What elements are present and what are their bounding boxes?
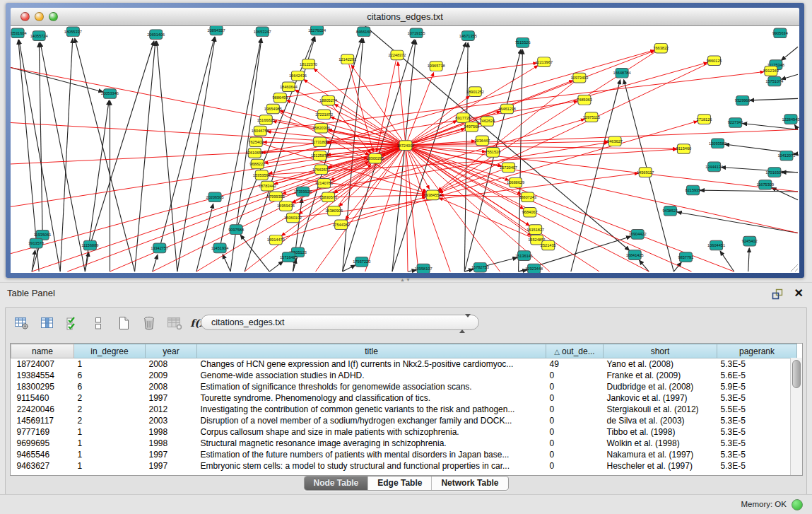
table-cell[interactable]: Estimation of the future numbers of pati… [197,449,546,460]
column-header-out-de-[interactable]: △out_de... [546,344,604,358]
network-node[interactable]: 2036447 [474,136,490,146]
network-edge[interactable] [160,37,215,248]
network-node[interactable]: 9329966 [735,95,751,105]
show-columns-icon[interactable] [38,314,57,332]
table-row[interactable]: 1456911722003Disruption of a novel membe… [11,415,797,426]
network-edge[interactable] [406,129,798,145]
table-cell[interactable]: 5.3E-5 [717,460,797,472]
network-edge[interactable] [677,212,798,233]
table-cell[interactable]: 1998 [146,438,197,449]
table-cell[interactable]: Genome-wide association studies in ADHD. [197,370,546,381]
citation-network-graph[interactable]: 2053160414055724180553372069140620894337… [11,26,799,273]
network-node[interactable]: 16380905 [325,206,343,216]
network-node[interactable]: 9245402 [742,236,758,246]
network-node[interactable]: 9860125 [707,56,722,66]
tab-node-table[interactable]: Node Table [304,477,367,490]
table-cell[interactable]: 1 [74,358,146,370]
network-edge[interactable] [177,37,216,271]
network-node[interactable]: 2718126 [697,115,712,124]
table-cell[interactable]: Nakamura et al. (1997) [604,449,717,460]
network-node[interactable]: 8912349 [763,66,779,76]
network-node[interactable]: 15060102 [284,213,302,223]
network-node[interactable]: 16642436 [289,71,307,81]
table-cell[interactable]: 0 [546,370,604,381]
network-edge[interactable] [377,55,397,152]
table-cell[interactable]: 2008 [146,381,197,392]
table-cell[interactable]: 2012 [146,404,197,415]
network-edge[interactable] [782,47,798,60]
table-select-dropdown[interactable]: citations_edges.txt [201,315,479,330]
network-node[interactable]: 15820306 [312,123,330,133]
network-node[interactable]: 18724007 [397,141,415,151]
table-cell[interactable]: Disruption of a novel member of a sodium… [197,415,546,426]
table-cell[interactable]: Tourette syndrome. Phenomenology and cla… [197,392,546,404]
table-cell[interactable]: 6 [74,370,146,381]
network-node[interactable]: 20206505 [206,192,224,202]
network-node[interactable]: 9438521 [662,206,678,216]
network-edge[interactable] [153,255,158,271]
network-edge[interactable] [571,80,620,271]
table-cell[interactable]: 5.6E-5 [717,370,797,381]
network-node[interactable]: 15166825 [257,115,275,125]
network-edge[interactable] [750,98,798,100]
table-cell[interactable]: 1997 [146,392,197,404]
table-row[interactable]: 1872400712008Changes of HCN gene express… [11,358,797,370]
table-row[interactable]: 1938455462009Genome-wide association stu… [11,370,797,381]
table-cell[interactable]: 2009 [146,370,197,381]
network-node[interactable]: 9688222 [249,159,265,169]
network-node[interactable]: 15125879 [311,151,329,160]
close-panel-icon[interactable]: ✕ [794,286,804,301]
network-edge[interactable] [240,235,269,271]
tab-edge-table[interactable]: Edge Table [367,477,431,490]
network-node[interactable]: 15720407 [500,163,517,173]
column-header-pagerank[interactable]: pagerank [717,344,797,358]
table-cell[interactable]: Changes of HCN gene expression and I(f) … [197,358,546,370]
table-cell[interactable]: 1998 [146,426,197,438]
network-edge[interactable] [280,63,536,98]
table-cell[interactable]: 22420046 [11,404,74,415]
network-node[interactable]: 12610651 [246,148,264,158]
network-edge[interactable] [406,146,676,149]
memory-status-icon[interactable] [792,499,803,510]
table-cell[interactable]: Stergiakouli et al. (2012) [604,404,717,415]
network-edge[interactable] [324,162,369,184]
network-edge[interactable] [398,62,406,146]
network-node[interactable]: 20894337 [208,26,225,35]
table-cell[interactable]: 9699695 [11,438,74,449]
network-node[interactable]: 8466160 [356,27,372,37]
table-cell[interactable]: 5.3E-5 [717,392,797,404]
table-cell[interactable]: 0 [546,449,604,460]
network-node[interactable]: 16841425 [626,250,644,260]
network-edge[interactable] [39,42,42,235]
network-edge[interactable] [406,146,798,233]
network-node[interactable]: 5497568 [464,122,479,132]
network-node[interactable]: 16151827 [526,225,544,235]
network-node[interactable]: 10973493 [570,73,588,83]
table-cell[interactable]: 2 [74,404,146,415]
network-node[interactable]: 9097588 [228,225,244,235]
network-node[interactable]: 7663822 [653,43,669,53]
network-node[interactable]: 3913578 [28,238,44,248]
column-header-in-degree[interactable]: in_degree [74,344,146,358]
network-edge[interactable] [11,67,103,91]
network-node[interactable]: 9227341 [728,118,743,128]
panel-divider-handle[interactable]: ▲▼ [400,277,411,282]
network-edge[interactable] [406,81,573,146]
network-edge[interactable] [640,260,649,271]
network-node[interactable]: 10958107 [415,264,433,273]
select-all-columns-icon[interactable] [64,314,82,332]
network-node[interactable]: 11451934 [211,243,229,253]
network-node[interactable]: 13342757 [151,243,168,253]
table-cell[interactable]: Yano et al. (2008) [604,358,717,370]
table-cell[interactable]: 0 [546,460,604,472]
network-node[interactable]: 10688629 [507,177,524,187]
float-panel-icon[interactable] [770,287,784,300]
table-cell[interactable]: 9115460 [11,392,74,404]
table-cell[interactable]: 1 [74,460,146,472]
network-node[interactable]: 15751074 [765,76,783,86]
table-cell[interactable]: 18724007 [11,358,74,370]
network-edge[interactable] [269,262,283,271]
network-node[interactable]: 9684067 [522,207,538,217]
network-node[interactable]: 18805274 [319,95,337,105]
table-row[interactable]: 969969511998Structural magnetic resonanc… [11,438,797,449]
